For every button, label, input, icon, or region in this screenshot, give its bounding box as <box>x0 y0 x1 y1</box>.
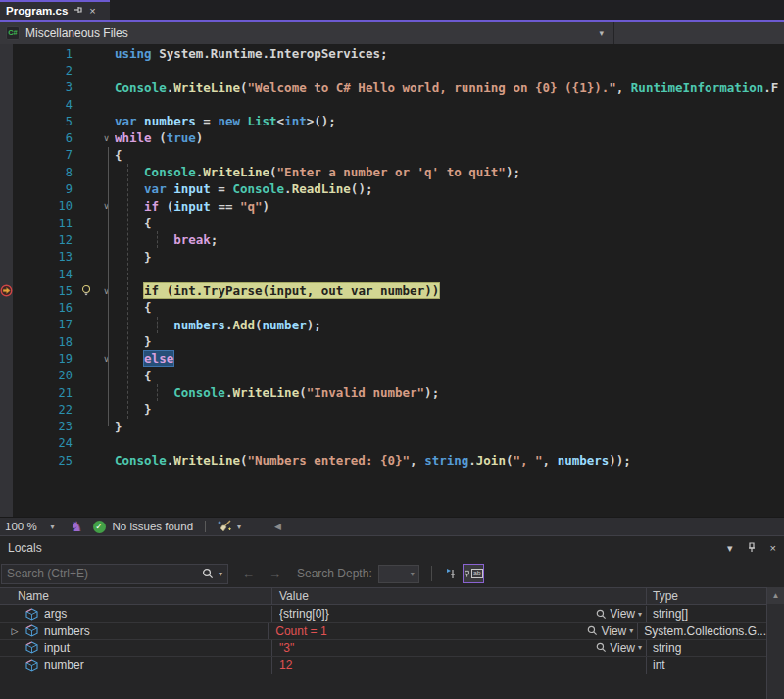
column-header-value[interactable]: Value <box>272 588 647 604</box>
name-cell[interactable]: args <box>0 606 272 622</box>
indicator-icon[interactable]: ♞ <box>71 519 83 534</box>
breakpoint-gutter-cell[interactable] <box>0 333 13 350</box>
breakpoint-gutter-cell[interactable] <box>0 249 13 266</box>
breakpoint-gutter-cell[interactable] <box>0 231 13 248</box>
breakpoint-gutter-cell[interactable] <box>0 401 13 418</box>
search-back-icon[interactable]: ← <box>242 567 255 581</box>
breakpoint-gutter-cell[interactable] <box>0 299 13 316</box>
locals-row-args[interactable]: args{string[0]}View▾string[] <box>0 606 766 623</box>
code-text[interactable]: Console.WriteLine("Enter a number or 'q'… <box>115 164 784 180</box>
close-icon[interactable]: × <box>770 542 776 554</box>
breakpoint-gutter-cell[interactable] <box>0 435 13 452</box>
pinnable-properties-toggle[interactable]: ab <box>463 564 484 583</box>
breakpoint-gutter-cell[interactable] <box>0 317 13 333</box>
breakpoint-gutter-cell[interactable] <box>0 79 13 96</box>
breakpoint-gutter-cell[interactable] <box>0 266 13 282</box>
code-text[interactable]: while (true) <box>115 129 784 146</box>
code-line-23[interactable]: 23} <box>0 419 784 435</box>
code-editor[interactable]: 1using System.Runtime.InteropServices;23… <box>0 44 784 517</box>
breakpoint-gutter-cell[interactable] <box>0 45 13 62</box>
view-dropdown[interactable]: View▾ <box>596 641 642 655</box>
name-cell[interactable]: ▷numbers <box>0 623 269 638</box>
code-text[interactable]: } <box>115 333 784 350</box>
value-cell[interactable]: 12 <box>272 657 647 673</box>
code-text[interactable]: Console.WriteLine("Welcome to C# Hello w… <box>115 79 784 96</box>
locals-row-numbers[interactable]: ▷numbersCount = 1View▾System.Collections… <box>0 623 766 639</box>
code-line-13[interactable]: 13} <box>0 249 784 266</box>
code-text[interactable]: Console.WriteLine("Numbers entered: {0}"… <box>115 452 784 469</box>
code-line-15[interactable]: 15∨if (int.TryParse(input, out var numbe… <box>0 282 784 299</box>
code-line-5[interactable]: 5var numbers = new List<int>(); <box>0 113 784 129</box>
code-text[interactable]: { <box>115 215 784 231</box>
view-dropdown[interactable]: View▾ <box>596 607 642 621</box>
code-line-12[interactable]: 12break; <box>0 231 784 248</box>
breakpoint-gutter-cell[interactable] <box>0 215 13 231</box>
search-box[interactable]: ▾ <box>1 564 228 584</box>
code-line-18[interactable]: 18} <box>0 333 784 350</box>
code-text[interactable]: numbers.Add(number); <box>115 317 784 333</box>
code-text[interactable]: var numbers = new List<int>(); <box>115 113 784 129</box>
code-text[interactable]: { <box>115 299 784 316</box>
search-depth-select[interactable]: ▾ <box>378 565 419 583</box>
code-line-1[interactable]: 1using System.Runtime.InteropServices; <box>0 45 784 62</box>
code-line-7[interactable]: 7{ <box>0 147 784 164</box>
name-cell[interactable]: number <box>0 657 272 673</box>
flag-pin-button[interactable] <box>441 564 463 583</box>
hscroll-left-arrow[interactable]: ◀ <box>274 522 281 531</box>
fold-chevron-icon[interactable]: ∨ <box>98 133 115 143</box>
code-text[interactable]: } <box>115 249 784 266</box>
value-cell[interactable]: Count = 1View▾ <box>269 623 638 638</box>
code-text[interactable]: else <box>115 350 784 367</box>
breakpoint-gutter-cell[interactable] <box>0 452 13 469</box>
column-header-type[interactable]: Type <box>647 588 766 604</box>
breakpoint-gutter-cell[interactable] <box>0 62 13 78</box>
code-line-19[interactable]: 19∨else <box>0 350 784 367</box>
scroll-up-arrow[interactable]: ▲ <box>767 587 784 604</box>
code-text[interactable]: using System.Runtime.InteropServices; <box>115 45 784 62</box>
code-text[interactable]: break; <box>115 231 784 248</box>
code-line-9[interactable]: 9var input = Console.ReadLine(); <box>0 180 784 197</box>
code-text[interactable]: Console.WriteLine("Invalid number"); <box>115 384 784 401</box>
code-line-3[interactable]: 3Console.WriteLine("Welcome to C# Hello … <box>0 79 784 96</box>
pin-icon[interactable] <box>74 5 83 17</box>
code-line-24[interactable]: 24 <box>0 435 784 452</box>
code-line-20[interactable]: 20{ <box>0 368 784 384</box>
breakpoint-gutter-cell[interactable] <box>0 164 13 180</box>
breakpoint-gutter-cell[interactable] <box>0 419 13 435</box>
current-statement-arrow-icon[interactable] <box>0 284 13 297</box>
code-text[interactable]: if (input == "q") <box>115 198 784 215</box>
fold-chevron-icon[interactable]: ∨ <box>98 286 115 296</box>
code-cleanup-icon[interactable]: ▾ <box>218 520 241 533</box>
code-line-17[interactable]: 17numbers.Add(number); <box>0 317 784 333</box>
value-cell[interactable]: "3"View▾ <box>272 640 647 656</box>
code-line-6[interactable]: 6∨while (true) <box>0 129 784 146</box>
member-dropdown[interactable] <box>614 22 784 44</box>
breakpoint-gutter-cell[interactable] <box>0 113 13 129</box>
value-cell[interactable]: {string[0]}View▾ <box>272 606 647 622</box>
close-icon[interactable]: × <box>89 6 95 17</box>
breakpoint-gutter-cell[interactable] <box>0 96 13 113</box>
breakpoint-gutter-cell[interactable] <box>0 368 13 384</box>
code-line-25[interactable]: 25Console.WriteLine("Numbers entered: {0… <box>0 452 784 469</box>
code-text[interactable]: } <box>115 419 784 435</box>
code-line-22[interactable]: 22} <box>0 401 784 418</box>
breakpoint-gutter-cell[interactable] <box>0 180 13 197</box>
breakpoint-gutter-cell[interactable] <box>0 147 13 164</box>
locals-row-input[interactable]: input"3"View▾string <box>0 640 766 657</box>
tab-program-cs[interactable]: Program.cs × <box>0 0 110 20</box>
code-text[interactable]: { <box>115 368 784 384</box>
breakpoint-gutter-cell[interactable] <box>0 129 13 146</box>
code-line-21[interactable]: 21Console.WriteLine("Invalid number"); <box>0 384 784 401</box>
search-input[interactable] <box>7 567 202 580</box>
breakpoint-gutter-cell[interactable] <box>0 198 13 215</box>
vertical-scrollbar[interactable]: ▲ <box>766 587 784 699</box>
window-position-icon[interactable]: ▾ <box>727 542 733 555</box>
project-dropdown[interactable]: C# Miscellaneous Files ▾ <box>0 22 614 44</box>
code-line-4[interactable]: 4 <box>0 96 784 113</box>
chevron-down-icon[interactable]: ▾ <box>219 570 222 578</box>
lightbulb-icon[interactable] <box>80 284 92 297</box>
code-line-14[interactable]: 14 <box>0 266 784 282</box>
code-line-2[interactable]: 2 <box>0 62 784 78</box>
breakpoint-gutter-cell[interactable] <box>0 350 13 367</box>
code-line-8[interactable]: 8Console.WriteLine("Enter a number or 'q… <box>0 164 784 180</box>
